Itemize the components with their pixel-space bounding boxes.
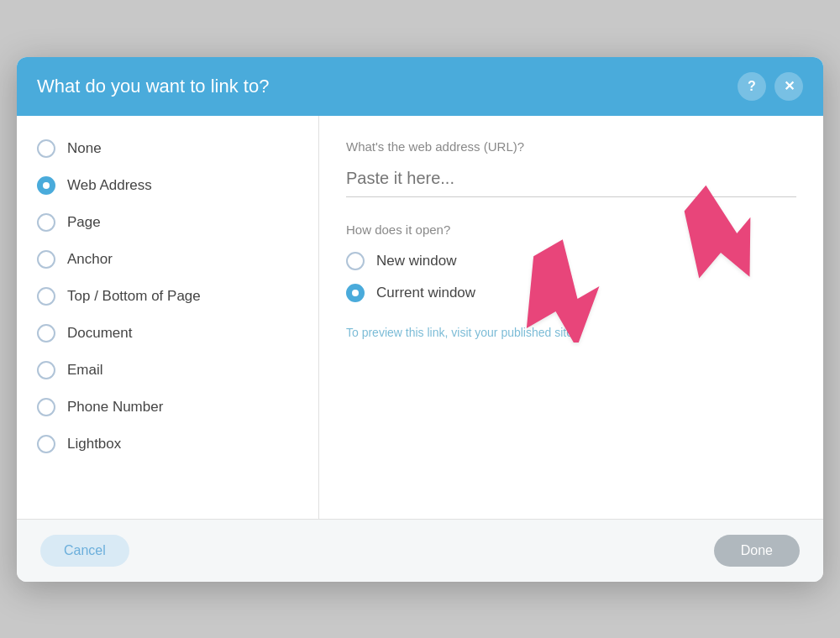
option-lightbox-label: Lightbox bbox=[67, 436, 121, 452]
open-label: How does it open? bbox=[346, 222, 796, 237]
dialog-body: None Web Address Page Anchor Top / Botto… bbox=[17, 116, 823, 519]
url-input[interactable] bbox=[346, 164, 796, 197]
option-lightbox[interactable]: Lightbox bbox=[37, 435, 298, 453]
radio-phone-number[interactable] bbox=[37, 398, 55, 416]
radio-page[interactable] bbox=[37, 213, 55, 232]
option-web-address[interactable]: Web Address bbox=[37, 176, 298, 195]
radio-document[interactable] bbox=[37, 324, 55, 343]
right-panel: What's the web address (URL)? How does i… bbox=[319, 116, 823, 519]
option-email[interactable]: Email bbox=[37, 361, 298, 379]
option-new-window[interactable]: New window bbox=[346, 252, 796, 270]
radio-new-window[interactable] bbox=[346, 252, 365, 270]
radio-current-window[interactable] bbox=[346, 284, 365, 302]
dialog-title: What do you want to link to? bbox=[37, 76, 269, 97]
radio-lightbox[interactable] bbox=[37, 435, 55, 453]
dialog-footer: Cancel Done bbox=[17, 519, 823, 582]
option-top-bottom[interactable]: Top / Bottom of Page bbox=[37, 287, 298, 306]
url-label: What's the web address (URL)? bbox=[346, 139, 796, 154]
option-document[interactable]: Document bbox=[37, 324, 298, 343]
help-button[interactable]: ? bbox=[738, 72, 766, 101]
option-none[interactable]: None bbox=[37, 139, 298, 158]
option-page[interactable]: Page bbox=[37, 213, 298, 232]
option-page-label: Page bbox=[67, 214, 101, 231]
link-dialog: What do you want to link to? ? ✕ None We… bbox=[17, 57, 823, 582]
left-panel: None Web Address Page Anchor Top / Botto… bbox=[17, 116, 319, 519]
header-actions: ? ✕ bbox=[738, 72, 803, 101]
preview-text: To preview this link, visit your publish… bbox=[346, 326, 796, 339]
done-button[interactable]: Done bbox=[714, 535, 800, 567]
radio-email[interactable] bbox=[37, 361, 55, 379]
option-none-label: None bbox=[67, 140, 102, 157]
option-anchor-label: Anchor bbox=[67, 251, 113, 268]
radio-none[interactable] bbox=[37, 139, 55, 158]
radio-top-bottom[interactable] bbox=[37, 287, 55, 306]
option-email-label: Email bbox=[67, 362, 103, 379]
cancel-button[interactable]: Cancel bbox=[40, 535, 129, 567]
radio-anchor[interactable] bbox=[37, 250, 55, 269]
radio-web-address[interactable] bbox=[37, 176, 55, 195]
option-phone-number-label: Phone Number bbox=[67, 399, 163, 416]
close-button[interactable]: ✕ bbox=[774, 72, 803, 101]
option-current-window[interactable]: Current window bbox=[346, 284, 796, 302]
option-top-bottom-label: Top / Bottom of Page bbox=[67, 288, 201, 305]
option-document-label: Document bbox=[67, 325, 132, 342]
option-current-window-label: Current window bbox=[376, 285, 475, 301]
option-web-address-label: Web Address bbox=[67, 177, 152, 194]
option-anchor[interactable]: Anchor bbox=[37, 250, 298, 269]
option-new-window-label: New window bbox=[376, 253, 456, 269]
dialog-header: What do you want to link to? ? ✕ bbox=[17, 57, 823, 116]
option-phone-number[interactable]: Phone Number bbox=[37, 398, 298, 416]
open-options: New window Current window bbox=[346, 252, 796, 302]
